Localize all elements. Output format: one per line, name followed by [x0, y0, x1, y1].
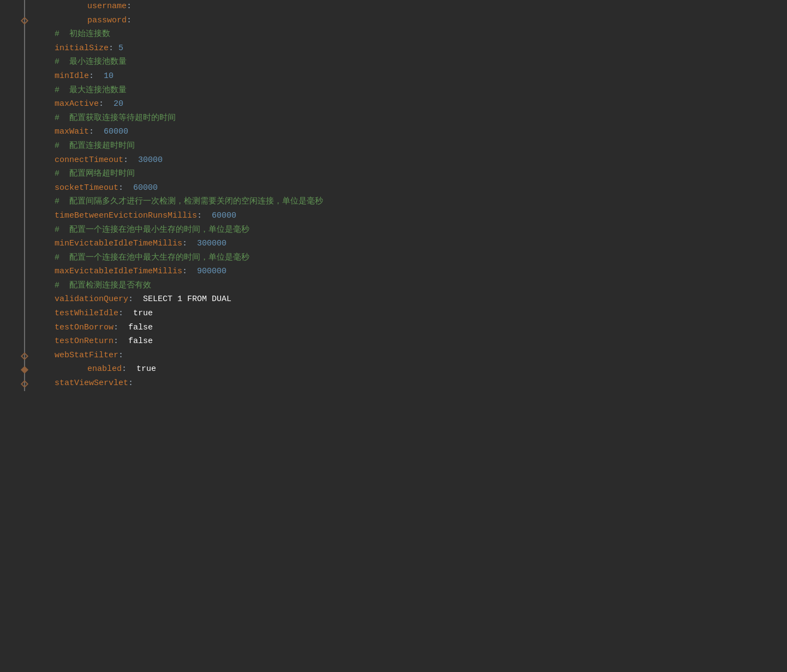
code-line: # 配置间隔多久才进行一次检测，检测需要关闭的空闲连接，单位是毫秒 — [55, 195, 776, 209]
code-line: # 配置网络超时时间 — [55, 167, 776, 182]
gutter-item — [0, 84, 49, 98]
code-token-key-orange: testWhileIdle — [55, 307, 118, 320]
code-token-key-orange: enabled — [87, 363, 122, 376]
code-line: connectTimeout: 30000 — [55, 154, 776, 168]
code-line: password: — [55, 14, 776, 28]
code-token-colon: : — [182, 237, 197, 250]
code-token-colon: : — [114, 321, 128, 334]
code-token-key-orange: testOnReturn — [55, 335, 114, 348]
code-token-comment: # 最大连接池数量 — [55, 84, 127, 97]
code-line: timeBetweenEvictionRunsMillis: 60000 — [55, 209, 776, 224]
code-token-colon: : — [99, 98, 114, 111]
code-token-comment: # 配置检测连接是否有效 — [55, 279, 151, 292]
code-token-value-bool-false: false — [128, 335, 153, 348]
code-line: username: — [55, 0, 776, 14]
code-line: # 最大连接池数量 — [55, 84, 776, 98]
code-token-colon: : — [114, 335, 128, 348]
code-line: # 最小连接池数量 — [55, 56, 776, 70]
code-token-key-orange: username — [87, 0, 127, 13]
code-token-value-bool-true: true — [136, 363, 156, 376]
code-line: # 初始连接数 — [55, 28, 776, 42]
code-token-value-blue: 60000 — [212, 209, 236, 223]
code-token-value-bool-false: false — [128, 321, 153, 334]
code-line: statViewServlet: — [55, 377, 776, 391]
gutter — [0, 0, 49, 672]
code-line: # 配置一个连接在池中最小生存的时间，单位是毫秒 — [55, 224, 776, 238]
gutter-item — [0, 363, 49, 377]
code-line: # 配置获取连接等待超时的时间 — [55, 112, 776, 126]
code-token-value-blue: 20 — [114, 98, 123, 111]
code-token-colon: : — [123, 154, 138, 167]
gutter-item — [0, 224, 49, 238]
code-line: # 配置一个连接在池中最大生存的时间，单位是毫秒 — [55, 251, 776, 266]
code-token-key-orange: maxActive — [55, 98, 99, 111]
gutter-diamond — [21, 380, 28, 388]
gutter-item — [0, 251, 49, 266]
code-token-colon: : — [128, 293, 143, 306]
gutter-item — [0, 0, 49, 14]
code-token-colon: : — [122, 363, 136, 376]
gutter-diamond — [21, 352, 28, 360]
code-token-key-orange: password — [87, 14, 127, 27]
code-token-colon: : — [182, 265, 197, 278]
code-token-colon: : — [197, 209, 212, 223]
gutter-diamond-filled — [21, 366, 28, 374]
code-token-colon: : — [128, 377, 133, 390]
code-token-key-orange: statViewServlet — [55, 377, 128, 390]
code-token-value-blue: 10 — [104, 70, 114, 83]
code-token-colon: : — [127, 0, 132, 13]
code-token-key-orange: timeBetweenEvictionRunsMillis — [55, 209, 197, 223]
code-token-value-blue: 300000 — [197, 237, 226, 250]
code-token-key-orange: minIdle — [55, 70, 89, 83]
code-token-key-orange: minEvictableIdleTimeMillis — [55, 237, 182, 250]
code-token-key-orange: testOnBorrow — [55, 321, 114, 334]
gutter-item — [0, 56, 49, 70]
code-line: webStatFilter: — [55, 349, 776, 363]
code-token-comment: # 配置一个连接在池中最小生存的时间，单位是毫秒 — [55, 224, 249, 237]
gutter-diamond — [21, 17, 28, 25]
gutter-item — [0, 237, 49, 251]
code-line: testWhileIdle: true — [55, 307, 776, 321]
code-token-comment: # 配置间隔多久才进行一次检测，检测需要关闭的空闲连接，单位是毫秒 — [55, 195, 323, 208]
gutter-item — [0, 140, 49, 154]
code-token-key-orange: connectTimeout — [55, 154, 123, 167]
code-line: minIdle: 10 — [55, 70, 776, 84]
code-token-colon: : — [89, 125, 104, 139]
code-line: minEvictableIdleTimeMillis: 300000 — [55, 237, 776, 251]
code-token-colon: : — [89, 70, 104, 83]
gutter-item — [0, 125, 49, 140]
code-line: # 配置检测连接是否有效 — [55, 279, 776, 293]
gutter-item — [0, 265, 49, 279]
code-token-key-orange: validationQuery — [55, 293, 128, 306]
gutter-item — [0, 182, 49, 196]
gutter-item — [0, 167, 49, 182]
code-token-comment: # 配置网络超时时间 — [55, 167, 135, 181]
code-token-comment: # 最小连接池数量 — [55, 56, 127, 69]
gutter-item — [0, 112, 49, 126]
gutter-item — [0, 209, 49, 224]
gutter-item — [0, 154, 49, 168]
gutter-item — [0, 98, 49, 112]
code-token-comment: # 配置获取连接等待超时的时间 — [55, 112, 176, 125]
gutter-item — [0, 349, 49, 363]
code-content: username:password:# 初始连接数initialSize: 5#… — [49, 0, 787, 672]
gutter-item — [0, 377, 49, 391]
code-token-key-orange: initialSize — [55, 42, 109, 55]
code-token-value-bool-true: true — [133, 307, 153, 320]
gutter-item — [0, 70, 49, 84]
code-token-comment: # 配置连接超时时间 — [55, 140, 135, 153]
code-line: maxWait: 60000 — [55, 125, 776, 140]
gutter-item — [0, 14, 49, 28]
code-line: enabled: true — [55, 363, 776, 377]
code-token-key-orange: socketTimeout — [55, 182, 118, 195]
code-token-key-orange: maxWait — [55, 125, 89, 139]
gutter-item — [0, 28, 49, 42]
code-token-comment: # 初始连接数 — [55, 28, 110, 41]
code-line: maxEvictableIdleTimeMillis: 900000 — [55, 265, 776, 279]
code-line: validationQuery: SELECT 1 FROM DUAL — [55, 293, 776, 307]
gutter-item — [0, 293, 49, 307]
gutter-item — [0, 335, 49, 349]
code-line: # 配置连接超时时间 — [55, 140, 776, 154]
code-token-key-orange: maxEvictableIdleTimeMillis — [55, 265, 182, 278]
code-token-value-blue: 60000 — [104, 125, 128, 139]
